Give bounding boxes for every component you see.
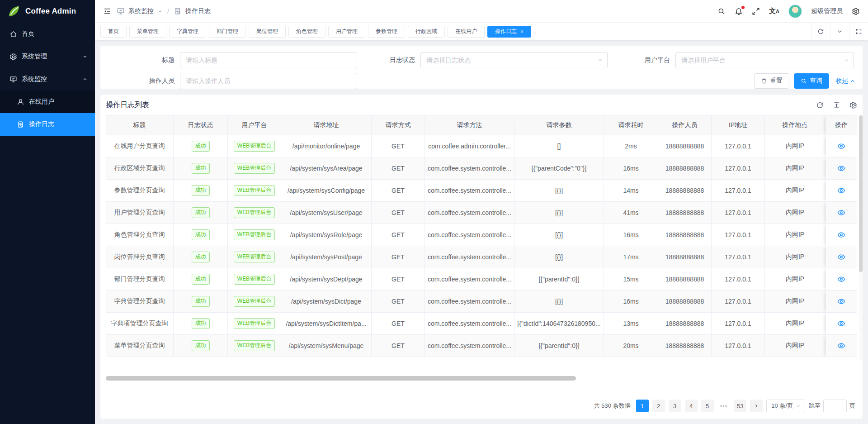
cell-platform: WEB管理后台 xyxy=(228,246,281,268)
cell-platform: WEB管理后台 xyxy=(228,135,281,157)
cell-params: [{}] xyxy=(514,246,604,268)
status-badge: WEB管理后台 xyxy=(234,252,275,262)
sidebar-item-system-monitor[interactable]: 系统监控 xyxy=(0,68,95,91)
view-detail-eye-icon[interactable] xyxy=(837,164,845,172)
cell-status: 成功 xyxy=(174,157,228,180)
cell-url: /api/system/sysMenu/page xyxy=(281,335,372,357)
page-button[interactable]: 53 xyxy=(734,400,746,412)
horizontal-scrollbar[interactable] xyxy=(106,376,857,381)
page-button[interactable]: 5 xyxy=(701,400,714,412)
table-header-cell: 操作 xyxy=(826,115,857,135)
gear-icon[interactable] xyxy=(852,7,860,15)
sidebar-item-label: 在线用户 xyxy=(29,98,54,106)
cell-url: /api/system/sysUser/page xyxy=(281,202,372,224)
page-button[interactable]: 4 xyxy=(685,400,698,412)
status-badge: 成功 xyxy=(192,207,210,218)
row-density-icon[interactable] xyxy=(833,101,840,109)
username[interactable]: 超级管理员 xyxy=(811,7,843,15)
cell-method: GET xyxy=(372,224,425,246)
search-icon xyxy=(801,78,807,84)
cell-handler: com.coffee.system.controlle... xyxy=(425,180,514,202)
view-detail-eye-icon[interactable] xyxy=(837,297,845,305)
jump-page-input[interactable] xyxy=(823,400,847,412)
tab[interactable]: 字典管理 xyxy=(169,26,206,38)
sidebar-subitem-online-users[interactable]: 在线用户 xyxy=(0,91,95,113)
tab-options-chevron-icon[interactable] xyxy=(830,23,849,40)
cell-location: 内网IP xyxy=(765,335,826,357)
status-filter-select[interactable] xyxy=(420,52,608,68)
notification-bell-icon[interactable] xyxy=(735,7,743,15)
collapse-sidebar-icon[interactable] xyxy=(103,7,111,15)
refresh-tab-icon[interactable] xyxy=(811,23,830,40)
view-detail-eye-icon[interactable] xyxy=(837,319,845,328)
cell-platform: WEB管理后台 xyxy=(228,335,281,357)
pagination: 共 530 条数据 12345•••53 10 条/页 跳至 页 xyxy=(106,400,857,419)
search-button[interactable]: 查询 xyxy=(794,73,829,89)
app-title: Coffee Admin xyxy=(25,7,76,16)
status-badge: WEB管理后台 xyxy=(234,318,275,329)
status-badge: 成功 xyxy=(192,318,210,329)
table-row: 岗位管理分页查询成功WEB管理后台/api/system/sysPost/pag… xyxy=(106,246,857,268)
sidebar-item-system-management[interactable]: 系统管理 xyxy=(0,45,95,68)
cell-title: 字典项管理分页查询 xyxy=(106,313,174,335)
reset-button[interactable]: 重置 xyxy=(754,73,789,89)
chevron-down-icon[interactable] xyxy=(157,9,163,14)
table-title: 操作日志列表 xyxy=(106,100,149,110)
view-detail-eye-icon[interactable] xyxy=(837,275,845,283)
cell-cost: 14ms xyxy=(604,180,658,202)
cell-params: [{"parentId":0}] xyxy=(514,268,604,291)
breadcrumb-page: 操作日志 xyxy=(185,7,211,15)
page-button[interactable]: 3 xyxy=(669,400,681,412)
search-icon[interactable] xyxy=(717,7,726,15)
maximize-content-icon[interactable] xyxy=(849,23,868,40)
tab[interactable]: 岗位管理 xyxy=(249,26,286,38)
operator-filter-input[interactable] xyxy=(180,73,357,89)
cell-operator: 18888888888 xyxy=(658,202,712,224)
tab[interactable]: 行政区域 xyxy=(408,26,445,38)
view-detail-eye-icon[interactable] xyxy=(837,231,845,239)
refresh-table-icon[interactable] xyxy=(816,101,824,109)
translate-icon[interactable]: 文A xyxy=(769,7,779,15)
page-button[interactable]: 1 xyxy=(636,400,649,412)
cell-operator: 18888888888 xyxy=(658,335,712,357)
open-tabs: 首页菜单管理字典管理部门管理岗位管理角色管理用户管理参数管理行政区域在线用户操作… xyxy=(100,26,811,38)
column-settings-gear-icon[interactable] xyxy=(849,101,857,109)
status-badge: WEB管理后台 xyxy=(234,163,275,174)
sidebar-item-home[interactable]: 首页 xyxy=(0,23,95,45)
view-detail-eye-icon[interactable] xyxy=(837,142,845,150)
collapse-filters-link[interactable]: 收起 xyxy=(835,77,855,85)
cell-status: 成功 xyxy=(174,180,228,202)
tab[interactable]: 部门管理 xyxy=(209,26,246,38)
table-row: 字典项管理分页查询成功WEB管理后台/api/system/sysDictIte… xyxy=(106,313,857,335)
status-badge: 成功 xyxy=(192,141,210,152)
view-detail-eye-icon[interactable] xyxy=(837,209,845,217)
tab-active[interactable]: 操作日志× xyxy=(487,26,531,38)
next-page-button[interactable] xyxy=(750,400,763,412)
table-row: 用户管理分页查询成功WEB管理后台/api/system/sysUser/pag… xyxy=(106,202,857,224)
page-button[interactable]: 2 xyxy=(652,400,665,412)
tab[interactable]: 用户管理 xyxy=(328,26,365,38)
close-tab-icon[interactable]: × xyxy=(520,29,524,34)
breadcrumb-section[interactable]: 系统监控 xyxy=(128,7,154,15)
fullscreen-icon[interactable] xyxy=(752,7,760,15)
tab[interactable]: 参数管理 xyxy=(368,26,405,38)
page-size-select[interactable]: 10 条/页 xyxy=(766,400,805,412)
title-filter-input[interactable] xyxy=(180,52,357,68)
view-detail-eye-icon[interactable] xyxy=(837,342,845,350)
cell-cost: 16ms xyxy=(604,291,658,313)
tab[interactable]: 菜单管理 xyxy=(129,26,166,38)
cell-url: /api/system/sysPost/page xyxy=(281,246,372,268)
cell-handler: com.coffee.admin.controller... xyxy=(425,135,514,157)
avatar[interactable] xyxy=(788,5,802,18)
view-detail-eye-icon[interactable] xyxy=(837,186,845,195)
sidebar-subitem-operation-log[interactable]: 操作日志 xyxy=(0,113,95,136)
vertical-scrollbar[interactable] xyxy=(859,115,863,360)
view-detail-eye-icon[interactable] xyxy=(837,253,845,261)
monitor-icon xyxy=(9,76,17,83)
tab-label: 字典管理 xyxy=(177,28,198,35)
tab[interactable]: 在线用户 xyxy=(448,26,485,38)
tab[interactable]: 角色管理 xyxy=(288,26,326,38)
sidebar-item-label: 首页 xyxy=(22,30,34,38)
platform-filter-select[interactable] xyxy=(675,52,854,68)
tab[interactable]: 首页 xyxy=(100,26,127,38)
